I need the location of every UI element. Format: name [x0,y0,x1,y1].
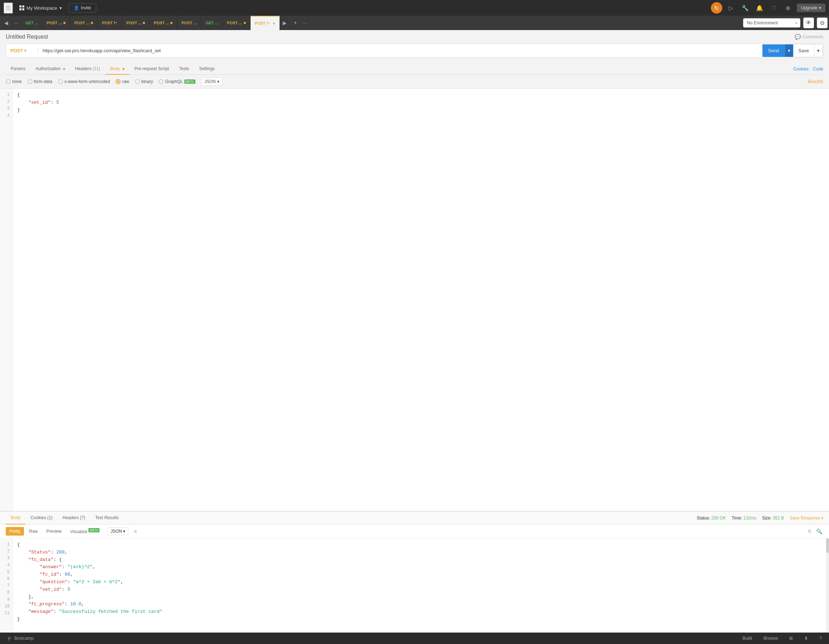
bootcamp-button[interactable]: 🎓 Bootcamp [4,635,36,642]
environment-selector[interactable]: No Environment ▾ [743,18,801,28]
plus-icon[interactable]: ⊕ [782,2,794,14]
top-nav: ☰ My Workspace ▾ 👤 Invite ↻ ▷ 🔧 🔔 ♡ ⊕ Up… [0,0,829,16]
response-code-content: { "Status": 200, "fc_data": { "answer": … [13,539,826,633]
heart-icon[interactable]: ♡ [768,2,780,14]
tab-more-button[interactable]: ··· [300,19,310,27]
comments-button[interactable]: 💬 Comments [794,34,823,40]
download-icon[interactable]: ⬇ [801,635,811,642]
tab-post-3[interactable]: POST ... [70,16,98,30]
settings-icon[interactable]: ⚙ [817,17,827,28]
radio-binary [135,79,140,84]
request-code-content[interactable]: { "set_id": 5 } [13,89,829,511]
tab-post-10-active[interactable]: POST ⊢ ✕ [251,16,280,30]
tab-post-6[interactable]: POST ... [150,16,177,30]
tab-get-8[interactable]: GET ... [201,16,223,30]
sync-icon[interactable]: ↻ [711,2,722,14]
option-form-data[interactable]: form-data [28,79,52,84]
tab-ellipsis-left[interactable]: ··· [11,19,21,27]
beautify-button[interactable]: Beautify [808,79,823,84]
tab-settings[interactable]: Settings [194,63,219,75]
status-value: 200 OK [711,516,726,521]
bell-icon[interactable]: 🔔 [754,2,765,14]
tab-authorization[interactable]: Authorization [30,63,70,75]
menu-icon[interactable]: ☰ [3,3,13,14]
tab-dot [63,22,66,24]
radio-url-encoded [58,79,63,84]
resp-line-2: "Status": 200, [17,549,822,556]
wrap-lines-icon[interactable]: ≡ [133,527,138,535]
method-selector[interactable]: POST ▾ [6,48,38,53]
copy-icon[interactable]: ⎘ [807,527,812,535]
tab-close-icon[interactable]: ✕ [273,22,275,25]
option-none[interactable]: none [6,79,22,84]
tab-post-9[interactable]: POST ... [223,16,250,30]
tab-post-5[interactable]: POST ... [122,16,150,30]
resp-tab-visualize[interactable]: Visualize BETA [66,527,103,536]
tab-params[interactable]: Params [6,63,30,75]
help-icon[interactable]: ? [816,635,825,642]
upgrade-chevron-icon: ▾ [819,5,821,10]
resp-line-11: } [17,616,822,623]
tab-add-button[interactable]: + [291,18,300,28]
wrench-icon[interactable]: 🔧 [739,2,751,14]
scrollbar-thumb[interactable] [826,539,829,553]
resp-format-dropdown-icon: ▾ [123,529,125,534]
json-dropdown-icon: ▾ [217,79,219,84]
tab-get-1[interactable]: GET ... [21,16,43,30]
response-tab-cookies[interactable]: Cookies (1) [25,512,57,524]
resp-tab-preview[interactable]: Preview [43,527,65,535]
tab-tests[interactable]: Tests [174,63,194,75]
request-body-editor[interactable]: 1 2 3 4 { "set_id": 5 } [0,88,829,511]
resp-line-9: "fc_progress": 10.0, [17,601,822,608]
runner-icon[interactable]: ▷ [725,2,737,14]
response-tab-body[interactable]: Body [6,512,25,524]
method-dropdown-icon: ▾ [24,49,26,53]
eye-icon[interactable]: 👁 [803,17,814,28]
tab-pre-request[interactable]: Pre-request Script [129,63,174,75]
option-url-encoded[interactable]: x-www-form-urlencoded [58,79,110,84]
tabs-bar: ◀ ··· GET ... POST ... POST ... POST ⊢ P… [0,16,829,30]
tab-body[interactable]: Body [105,63,129,75]
json-type-selector[interactable]: JSON ▾ [201,78,223,85]
send-button[interactable]: Send [763,44,785,57]
method-label: POST [10,48,23,53]
tab-nav-left[interactable]: ◀ [2,19,11,27]
size-value: 352 B [773,516,784,521]
tab-nav-right[interactable]: ▶ [280,19,290,27]
tab-post-4[interactable]: POST ⊢ [98,16,122,30]
response-tab-headers[interactable]: Headers (7) [58,512,90,524]
response-tab-test-results[interactable]: Test Results [90,512,123,524]
workspace-button[interactable]: My Workspace ▾ [16,3,66,13]
option-binary[interactable]: binary [135,79,153,84]
resp-tab-raw[interactable]: Raw [25,527,41,535]
upgrade-button[interactable]: Upgrade ▾ [797,3,826,12]
option-graphql[interactable]: GraphQL BETA [159,79,195,84]
save-dropdown-button[interactable]: ▾ [814,44,823,57]
radio-none [6,79,11,84]
visualize-beta-badge: BETA [88,528,99,532]
invite-button[interactable]: 👤 Invite [68,3,97,13]
resp-line-1: { [17,541,822,549]
search-icon[interactable]: 🔍 [815,527,823,535]
tab-post-7[interactable]: POST ... [177,16,201,30]
send-dropdown-button[interactable]: ▾ [785,44,793,57]
code-link[interactable]: Code [813,66,823,72]
tab-dot [91,22,93,24]
resp-tab-pretty[interactable]: Pretty [6,527,24,535]
tab-post-2[interactable]: POST ... [43,16,70,30]
save-button[interactable]: Save [793,44,814,57]
tab-headers[interactable]: Headers (11) [70,63,105,75]
code-line-4 [17,114,825,121]
auth-indicator [63,68,65,70]
save-response-button[interactable]: Save Response ▾ [790,516,823,521]
browse-button[interactable]: Browse [761,635,781,642]
layout-icon[interactable]: ⊞ [786,635,796,642]
response-format-selector[interactable]: JSON ▾ [107,527,129,535]
body-options: none form-data x-www-form-urlencoded raw… [0,75,829,88]
option-raw[interactable]: raw [116,79,129,84]
build-button[interactable]: Build [740,635,755,642]
url-input[interactable] [38,44,763,57]
cookies-link[interactable]: Cookies [793,66,809,72]
response-body[interactable]: 12345 678910 11 { "Status": 200, "fc_dat… [0,539,829,633]
radio-raw [116,79,121,84]
